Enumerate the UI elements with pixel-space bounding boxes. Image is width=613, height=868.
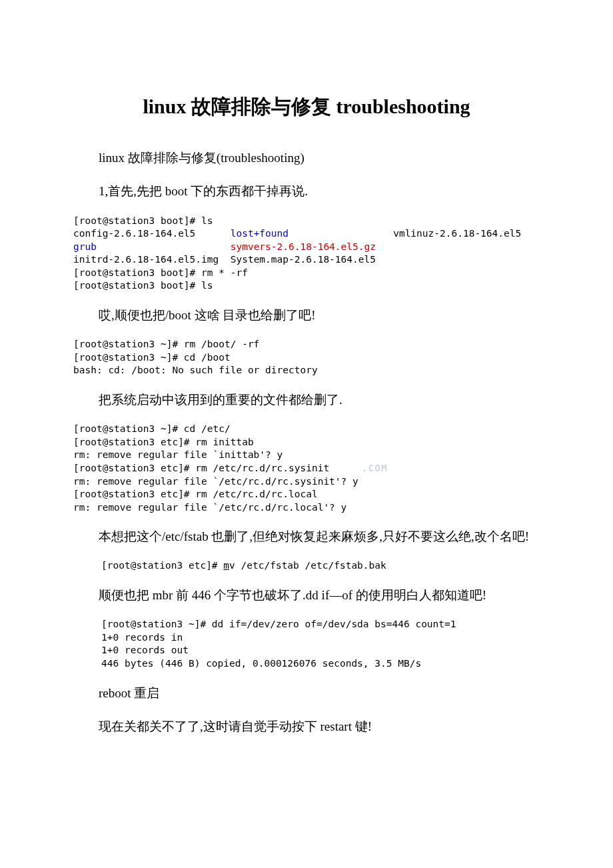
terminal-line: rm: remove regular file `/etc/rc.d/rc.sy…	[73, 476, 358, 487]
paragraph: 现在关都关不了了,这时请自觉手动按下 restart 键!	[73, 716, 540, 737]
page-title: linux 故障排除与修复 troubleshooting	[73, 93, 540, 121]
terminal-line: [root@station3 etc]# rm /etc/rc.d/rc.sys…	[73, 463, 329, 473]
terminal-line: bash: cd: /boot: No such file or directo…	[73, 365, 318, 375]
terminal-file: vmlinuz-2.6.18-164.el5	[393, 228, 521, 239]
paragraph: reboot 重启	[73, 683, 540, 704]
terminal-line: rm: remove regular file `/etc/rc.d/rc.lo…	[73, 502, 346, 513]
terminal-file: initrd-2.6.18-164.el5.img	[73, 254, 219, 265]
paragraph: 1,首先,先把 boot 下的东西都干掉再说.	[73, 181, 540, 202]
terminal-block: [root@station3 etc]# mv /etc/fstab /etc/…	[73, 559, 540, 573]
terminal-line: [root@station3 ~]# rm /boot/ -rf	[73, 339, 259, 349]
terminal-cursor-char: m	[223, 560, 229, 571]
terminal-line: [root@station3 boot]# ls	[73, 280, 213, 291]
terminal-line: v /etc/fstab /etc/fstab.bak	[229, 560, 386, 571]
terminal-line: [root@station3 etc]# rm inittab	[73, 437, 254, 447]
paragraph: 顺便也把 mbr 前 446 个字节也破坏了.dd if—of 的使用明白人都知…	[73, 585, 540, 606]
terminal-dir: grub	[73, 241, 97, 252]
terminal-block: [root@station3 ~]# dd if=/dev/zero of=/d…	[73, 618, 540, 670]
paragraph: 把系统启动中该用到的重要的文件都给删了.	[73, 389, 540, 411]
terminal-line: 1+0 records in	[101, 632, 183, 643]
terminal-file: System.map-2.6.18-164.el5	[231, 254, 376, 265]
watermark: .COM	[329, 463, 388, 473]
terminal-line: [root@station3 ~]# cd /boot	[73, 352, 231, 363]
paragraph: linux 故障排除与修复(troubleshooting)	[73, 147, 540, 169]
terminal-line: [root@station3 boot]# ls	[73, 215, 213, 226]
terminal-line: [root@station3 etc]# rm /etc/rc.d/rc.loc…	[73, 489, 318, 499]
terminal-block: [root@station3 ~]# cd /etc/ [root@statio…	[73, 423, 540, 514]
terminal-line: [root@station3 ~]# dd if=/dev/zero of=/d…	[101, 619, 456, 629]
terminal-dir: lost+found	[231, 228, 289, 239]
terminal-line: [root@station3 ~]# cd /etc/	[73, 423, 231, 434]
terminal-line: 1+0 records out	[101, 645, 189, 655]
terminal-line: rm: remove regular file `inittab'? y	[73, 449, 283, 460]
terminal-block: [root@station3 ~]# rm /boot/ -rf [root@s…	[73, 338, 540, 377]
document-page: linux 故障排除与修复 troubleshooting linux 故障排除…	[0, 0, 613, 789]
paragraph: 本想把这个/etc/fstab 也删了,但绝对恢复起来麻烦多,只好不要这么绝,改…	[73, 526, 540, 547]
terminal-file: config-2.6.18-164.el5	[73, 228, 195, 239]
terminal-line: 446 bytes (446 B) copied, 0.000126076 se…	[101, 658, 421, 669]
terminal-archive: symvers-2.6.18-164.el5.gz	[231, 241, 376, 252]
terminal-block: [root@station3 boot]# ls config-2.6.18-1…	[73, 215, 540, 293]
terminal-line: [root@station3 boot]# rm * -rf	[73, 267, 248, 278]
terminal-line: [root@station3 etc]#	[101, 560, 223, 571]
paragraph: 哎,顺便也把/boot 这啥 目录也给删了吧!	[73, 305, 540, 326]
